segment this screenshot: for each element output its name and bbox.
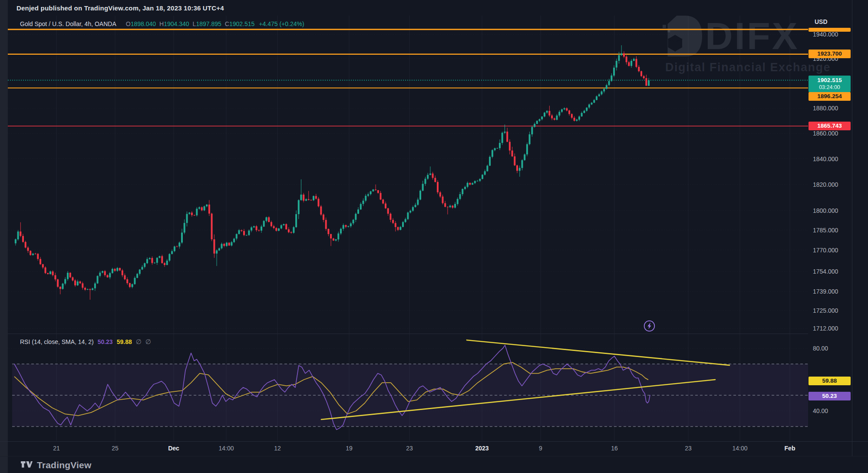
ohlc-key: O <box>126 20 131 27</box>
rsi-value-label: 50.23 <box>809 392 851 400</box>
axis-tick-label: 1940.000 <box>813 30 838 38</box>
axis-tick-label: 1840.000 <box>813 155 838 163</box>
price-axis-unit: USD <box>815 18 828 25</box>
axis-right-border <box>852 0 852 456</box>
rsi-sma-value-label: 59.88 <box>809 377 851 385</box>
time-tick-label: 23 <box>685 445 692 452</box>
symbol-legend[interactable]: Gold Spot / U.S. Dollar, 4h, OANDAO1898.… <box>20 20 304 27</box>
ohlc-key: C <box>225 20 229 27</box>
time-tick-label: 12 <box>274 445 281 452</box>
time-tick-label: Dec <box>168 445 179 452</box>
axis-tick-label: 1785.000 <box>813 226 838 234</box>
axis-tick-label: 1800.000 <box>813 207 838 215</box>
tradingview-logo[interactable]: TradingView <box>21 460 92 470</box>
time-tick-label: 16 <box>611 445 618 452</box>
time-tick-label: 14:00 <box>732 445 747 452</box>
axis-tick-label: 1860.000 <box>813 129 838 137</box>
ohlc-value: 1904.340 <box>164 20 189 27</box>
time-tick-label: 9 <box>539 445 542 452</box>
lightning-boost-icon[interactable] <box>643 319 656 333</box>
axis-tick-label: 1712.000 <box>813 324 838 332</box>
pane-separator[interactable] <box>8 334 808 334</box>
tradingview-published-chart: Denjed published on TradingView.com, Jan… <box>0 0 868 473</box>
time-axis[interactable]: 2125Dec14:0012192320239162314:00Feb <box>0 441 868 456</box>
time-tick-label: 25 <box>112 445 119 452</box>
axis-tick-label: 1880.000 <box>813 104 838 112</box>
time-tick-label: 14:00 <box>218 445 234 452</box>
ohlc-value: 1898.040 <box>131 20 156 27</box>
ohlc-value: 1897.895 <box>196 20 221 27</box>
axis-tick-label: 1739.000 <box>813 288 838 295</box>
ohlc-key: H <box>159 20 164 27</box>
level-label-1865: 1865.743 <box>809 122 851 130</box>
rsi-legend-extras: ∅∅ <box>132 338 151 345</box>
level-label-1896: 1896.254 <box>809 92 851 101</box>
symbol-title: Gold Spot / U.S. Dollar, 4h, OANDA <box>20 20 116 27</box>
rsi-legend-rsi-value: 50.23 <box>98 338 113 345</box>
axis-tick-label: 1725.000 <box>813 307 838 314</box>
axis-tick-label: 80.00 <box>813 344 828 352</box>
level-label-1923: 1923.700 <box>809 50 851 58</box>
tradingview-wordmark: TradingView <box>37 460 92 470</box>
footer-bar: TradingView <box>0 456 868 473</box>
price-chart-canvas[interactable] <box>0 0 868 473</box>
time-tick-label: 21 <box>53 445 60 452</box>
rsi-legend-title: RSI (14, close, SMA, 14, 2) <box>20 338 94 345</box>
tradingview-icon <box>21 461 33 470</box>
ohlc-values: O1898.040H1904.340L1897.895C1902.515 <box>122 20 255 27</box>
axis-tick-label: 1754.000 <box>813 268 838 275</box>
time-tick-label: Feb <box>785 445 795 452</box>
current-price-value: 1902.515 <box>809 76 851 84</box>
price-axis[interactable]: USD 1940.0001920.0001880.0001860.0001840… <box>808 0 868 473</box>
axis-tick-label: 1820.000 <box>813 181 838 189</box>
time-tick-label: 23 <box>406 445 413 452</box>
bar-countdown: 03:24:00 <box>809 84 851 91</box>
current-price-label: 1902.515 03:24:00 <box>809 76 851 92</box>
change-value: +4.475 (+0.24%) <box>259 20 304 27</box>
time-tick-label: 2023 <box>475 445 488 452</box>
rsi-legend-sma-value: 59.88 <box>117 338 132 345</box>
time-tick-label: 19 <box>346 445 353 452</box>
axis-tick-label: 1770.000 <box>813 246 838 254</box>
rsi-indicator-legend[interactable]: RSI (14, close, SMA, 14, 2)50.2359.88∅∅ <box>20 338 151 346</box>
ohlc-value: 1902.515 <box>229 20 254 27</box>
axis-tick-label: 40.00 <box>813 407 828 415</box>
rsi-legend-null-icon[interactable]: ∅ <box>145 338 151 345</box>
rsi-legend-null-icon[interactable]: ∅ <box>136 338 142 345</box>
attribution-text: Denjed published on TradingView.com, Jan… <box>17 4 224 12</box>
